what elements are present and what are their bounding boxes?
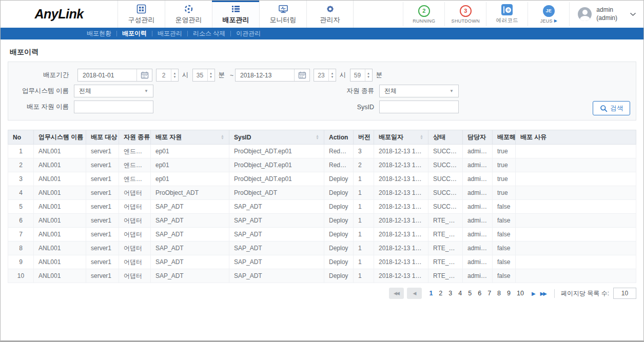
running-count-badge: 2 [418, 5, 430, 17]
page-number[interactable]: 7 [487, 290, 491, 297]
gear-icon [325, 4, 335, 14]
search-button[interactable]: 검색 [593, 101, 630, 115]
date-from-field[interactable]: 2018-01-01 [77, 69, 152, 82]
table-row[interactable]: 6ANL001server1어댑터SAP_ADTSAP_ADTDeploy120… [8, 214, 636, 228]
subnav-item[interactable]: 리소스 삭제 [188, 29, 230, 38]
shutdown-status[interactable]: 3 SHUTDOWN [445, 5, 486, 24]
page-number[interactable]: 2 [439, 290, 442, 297]
table-cell: ANL001 [34, 228, 86, 242]
user-avatar [578, 7, 592, 21]
stepper-arrows[interactable]: ▲▼ [207, 69, 214, 81]
user-menu[interactable]: admin (admin) [570, 6, 619, 22]
error-code-menu[interactable]: 0 에러코드 [486, 4, 528, 24]
column-header: No [8, 130, 34, 145]
table-cell: 7 [8, 228, 34, 242]
table-cell [516, 269, 636, 283]
table-cell: 엔드포인트 [119, 158, 151, 172]
table-cell: ANL001 [34, 172, 86, 186]
stepper-arrows[interactable]: ▲▼ [328, 69, 336, 81]
table-row[interactable]: 9ANL001server1어댑터SAP_ADTSAP_ADTDeploy120… [8, 255, 636, 269]
table-cell: server1 [86, 255, 119, 269]
table-row[interactable]: 10ANL001server1어댑터SAP_ADTSAP_ADTDeploy12… [8, 269, 636, 283]
page-number[interactable]: 3 [448, 290, 452, 297]
last-page-button[interactable]: ▶▶ [540, 291, 547, 296]
table-row[interactable]: 1ANL001server1엔드포인트ep01ProObject_ADT.ep0… [8, 145, 636, 158]
table-row[interactable]: 4ANL001server1어댑터ProObject_ADTProObject_… [8, 186, 636, 200]
column-header[interactable]: SysID▲▼ [229, 130, 324, 145]
table-cell: 어댑터 [119, 242, 151, 255]
page-number[interactable]: 9 [507, 290, 511, 297]
chevron-down-icon[interactable] [630, 12, 636, 16]
page-number[interactable]: 1 [429, 290, 433, 297]
table-cell: Deploy [324, 214, 354, 228]
select-arrow-icon: ▼ [450, 89, 454, 93]
page-number[interactable]: 6 [478, 290, 481, 297]
table-cell: ep01 [151, 145, 229, 158]
hour-from-stepper[interactable]: 2 ▲▼ [156, 69, 179, 82]
table-cell: ANL001 [34, 255, 86, 269]
table-row[interactable]: 8ANL001server1어댑터SAP_ADTSAP_ADTDeploy120… [8, 242, 636, 255]
subnav-item[interactable]: 배포이력 [117, 29, 152, 38]
minute-suffix: 분 [219, 71, 225, 79]
table-cell: 2018-12-13 17:51:02 [374, 158, 428, 172]
tab-config-mgmt[interactable]: 구성관리 [118, 1, 165, 28]
first-page-button[interactable]: ◀◀ [389, 288, 404, 299]
page-number[interactable]: 4 [458, 290, 462, 297]
table-cell: ANL001 [34, 269, 86, 283]
column-header: 상태 [428, 130, 463, 145]
tab-admin[interactable]: 관리자 [306, 1, 354, 28]
sort-icon[interactable]: ▲▼ [420, 135, 423, 139]
page-number[interactable]: 5 [468, 290, 472, 297]
sysid-input[interactable] [379, 100, 459, 113]
subnav-item[interactable]: 이관관리 [231, 29, 266, 38]
tab-operation-mgmt[interactable]: 운영관리 [165, 1, 212, 28]
resource-type-select[interactable]: 전체 ▼ [379, 85, 459, 97]
stepper-arrows[interactable]: ▲▼ [171, 69, 178, 81]
minute-from-stepper[interactable]: 35 ▲▼ [192, 69, 215, 82]
table-row[interactable]: 3ANL001server1엔드포인트ep01ProObject_ADT.ep0… [8, 172, 636, 186]
column-header[interactable]: 배포일자▲▼ [374, 130, 428, 145]
next-page-button[interactable]: ▶ [532, 291, 536, 296]
table-cell: admin(ad... [463, 186, 493, 200]
table-cell: admin(ad... [463, 145, 493, 158]
error-code-label: 에러코드 [496, 17, 518, 24]
subnav-item[interactable]: 배포현황 [82, 29, 116, 38]
running-status[interactable]: 2 RUNNING [403, 5, 444, 24]
sort-icon[interactable]: ▲▼ [316, 135, 319, 139]
tab-monitoring[interactable]: 모니터링 [259, 1, 306, 28]
table-row[interactable]: 7ANL001server1어댑터SAP_ADTSAP_ADTDeploy120… [8, 228, 636, 242]
table-cell [516, 255, 636, 269]
per-page-label: 페이지당 목록 수: [561, 289, 609, 298]
resource-name-input[interactable] [74, 100, 153, 113]
date-to-field[interactable]: 2018-12-13 [235, 69, 310, 82]
hour-to-stepper[interactable]: 23 ▲▼ [314, 69, 336, 82]
date-from-value: 2018-01-01 [78, 69, 136, 81]
page-number[interactable]: 10 [517, 290, 524, 297]
column-header[interactable]: 배포 자원▲▼ [151, 130, 229, 145]
system-name-select[interactable]: 전체 ▼ [74, 85, 153, 97]
resource-type-label: 자원 종류 [153, 87, 379, 95]
table-cell [516, 145, 636, 158]
table-cell: ProObject_ADT.ep01 [229, 158, 324, 172]
page-number[interactable]: 8 [497, 290, 501, 297]
calendar-icon[interactable] [294, 69, 309, 81]
table-cell [516, 158, 636, 172]
calendar-icon[interactable] [136, 69, 152, 81]
minute-to-stepper[interactable]: 59 ▲▼ [350, 69, 373, 82]
per-page-input[interactable] [613, 288, 636, 299]
jeus-menu[interactable]: JE JEUS ▶ [528, 5, 569, 24]
table-row[interactable]: 2ANL001server1엔드포인트ep01ProObject_ADT.ep0… [8, 158, 636, 172]
table-cell: true [493, 145, 516, 158]
prev-page-button[interactable]: ◀ [407, 288, 422, 299]
table-cell: 1 [354, 269, 374, 283]
tab-deploy-mgmt[interactable]: 배포관리 [212, 1, 259, 28]
subnav-item[interactable]: 배포관리 [152, 29, 187, 38]
table-row[interactable]: 5ANL001server1어댑터SAP_ADTSAP_ADTDeploy120… [8, 200, 636, 214]
table-cell: SAP_ADT [151, 214, 229, 228]
table-cell: 2018-12-13 15:28:07 [374, 228, 428, 242]
table-cell: server1 [86, 269, 119, 283]
tab-label: 모니터링 [270, 15, 297, 25]
table-cell: false [493, 214, 516, 228]
stepper-arrows[interactable]: ▲▼ [365, 69, 372, 81]
sort-icon[interactable]: ▲▼ [221, 135, 224, 139]
